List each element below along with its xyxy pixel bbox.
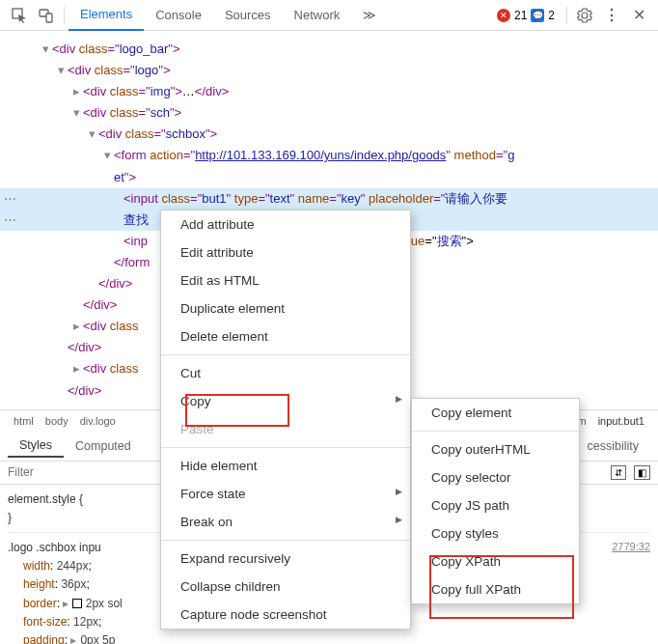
svg-rect-2 <box>46 14 52 22</box>
gear-icon[interactable] <box>571 3 598 28</box>
ctx-break-on[interactable]: Break on <box>161 508 410 536</box>
separator <box>412 431 579 432</box>
ctx-paste: Paste <box>161 415 410 443</box>
device-toggle-icon[interactable] <box>33 3 60 28</box>
devtools-toolbar: Elements Console Sources Network ≫ ✕21 💬… <box>0 0 658 31</box>
tab-elements[interactable]: Elements <box>69 0 144 31</box>
error-icon: ✕ <box>497 9 510 22</box>
close-icon[interactable]: ✕ <box>625 3 652 28</box>
tab-console[interactable]: Console <box>144 0 213 31</box>
separator <box>161 447 410 448</box>
ctx-duplicate[interactable]: Duplicate element <box>161 294 410 322</box>
separator <box>161 354 410 355</box>
ctx-expand[interactable]: Expand recursively <box>161 545 410 573</box>
separator <box>161 540 410 541</box>
ctx-delete[interactable]: Delete element <box>161 322 410 350</box>
toggle-element-state-icon[interactable]: ⇵ <box>611 465 626 480</box>
context-menu: Add attribute Edit attribute Edit as HTM… <box>160 210 411 630</box>
css-source-link[interactable]: 2779:32 <box>612 539 650 556</box>
ctx-add-attribute[interactable]: Add attribute <box>161 210 410 238</box>
error-badge[interactable]: ✕21 <box>497 9 527 22</box>
tab-accessibility[interactable]: cessibility <box>576 439 651 453</box>
ctx-copy-fullxpath[interactable]: Copy full XPath <box>412 575 579 603</box>
selected-node[interactable]: <input class="but1" type="text" name="ke… <box>0 188 658 210</box>
rule-selector[interactable]: .logo .schbox inpu <box>8 541 101 554</box>
ctx-copy-element[interactable]: Copy element <box>412 399 579 427</box>
tab-sources[interactable]: Sources <box>213 0 283 31</box>
ctx-edit-html[interactable]: Edit as HTML <box>161 266 410 294</box>
inspect-icon[interactable] <box>6 3 33 28</box>
ctx-collapse[interactable]: Collapse children <box>161 573 410 601</box>
ctx-hide[interactable]: Hide element <box>161 452 410 480</box>
ctx-force-state[interactable]: Force state <box>161 480 410 508</box>
ctx-copy-outerhtml[interactable]: Copy outerHTML <box>412 435 579 463</box>
toggle-classes-icon[interactable]: ◧ <box>634 465 650 480</box>
more-menu-icon[interactable]: ⋮ <box>598 3 625 28</box>
tab-more[interactable]: ≫ <box>351 0 388 31</box>
message-badge[interactable]: 💬2 <box>531 9 555 22</box>
crumb-body[interactable]: body <box>40 415 74 427</box>
crumb-input[interactable]: input.but1 <box>592 415 650 427</box>
context-submenu-copy: Copy element Copy outerHTML Copy selecto… <box>411 398 580 604</box>
ctx-copy-selector[interactable]: Copy selector <box>412 463 579 491</box>
ctx-copy[interactable]: Copy <box>161 387 410 415</box>
crumb-divlogo[interactable]: div.logo <box>74 415 122 427</box>
separator <box>64 7 65 24</box>
ctx-screenshot[interactable]: Capture node screenshot <box>161 601 410 629</box>
tab-styles[interactable]: Styles <box>8 438 64 458</box>
ctx-copy-jspath[interactable]: Copy JS path <box>412 491 579 519</box>
ctx-edit-attribute[interactable]: Edit attribute <box>161 238 410 266</box>
crumb-html[interactable]: html <box>8 415 40 427</box>
ctx-copy-styles[interactable]: Copy styles <box>412 519 579 547</box>
message-icon: 💬 <box>531 9 544 22</box>
tab-network[interactable]: Network <box>283 0 352 31</box>
separator <box>566 7 567 24</box>
tab-computed[interactable]: Computed <box>64 439 143 453</box>
ctx-copy-xpath[interactable]: Copy XPath <box>412 547 579 575</box>
ctx-cut[interactable]: Cut <box>161 359 410 387</box>
